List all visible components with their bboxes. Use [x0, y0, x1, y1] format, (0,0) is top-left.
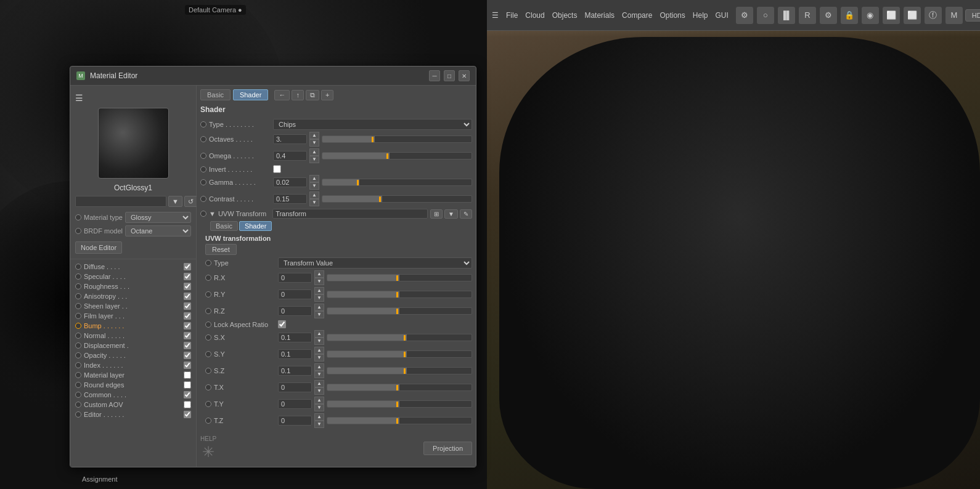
rz-up[interactable]: ▲: [314, 304, 324, 311]
channel-displacement-check[interactable]: [184, 342, 191, 349]
tz-slider[interactable]: [327, 417, 472, 424]
rx-input[interactable]: [278, 273, 312, 283]
rx-down[interactable]: ▼: [314, 278, 324, 285]
tz-input[interactable]: [278, 416, 312, 426]
channel-bump-check[interactable]: [184, 322, 191, 329]
search-down-button[interactable]: ▼: [168, 196, 182, 207]
type-select[interactable]: Chips: [273, 119, 472, 130]
menu-help[interactable]: Help: [693, 11, 708, 20]
tab-basic[interactable]: Basic: [200, 89, 231, 100]
menu-gui[interactable]: GUI: [715, 11, 728, 20]
hdr-select[interactable]: HDR/sRGB: [965, 9, 980, 22]
rx-slider[interactable]: [327, 274, 472, 281]
sx-up[interactable]: ▲: [314, 330, 324, 337]
channel-specular-check[interactable]: [184, 273, 191, 280]
toolbar-icon-3[interactable]: ▐▌: [778, 7, 795, 24]
tab-shader[interactable]: Shader: [233, 89, 268, 100]
toolbar-icon-2[interactable]: ○: [757, 7, 774, 24]
channel-custom-aov-check[interactable]: [184, 401, 191, 408]
uvw-edit-btn[interactable]: ✎: [460, 209, 472, 219]
inner-tab-shader[interactable]: Shader: [239, 221, 272, 231]
toolbar-icon-4[interactable]: R: [799, 7, 816, 24]
sz-up[interactable]: ▲: [314, 363, 324, 371]
ry-slider[interactable]: [327, 291, 472, 298]
gamma-slider[interactable]: [322, 179, 472, 186]
contrast-down[interactable]: ▼: [309, 199, 319, 206]
contrast-slider[interactable]: [322, 195, 472, 203]
sy-up[interactable]: ▲: [314, 347, 324, 354]
uvw-expand-btn[interactable]: ⊞: [430, 209, 443, 219]
search-refresh-button[interactable]: ↺: [184, 196, 197, 207]
node-editor-button[interactable]: Node Editor: [75, 241, 122, 254]
uvw-type-select[interactable]: Transform Value: [278, 257, 472, 269]
ty-down[interactable]: ▼: [314, 404, 324, 411]
channel-common-check[interactable]: [184, 391, 191, 398]
material-search-input[interactable]: [75, 196, 166, 207]
nav-up[interactable]: ↑: [292, 90, 304, 100]
omega-up[interactable]: ▲: [309, 148, 319, 156]
rz-input[interactable]: [278, 306, 312, 316]
rx-up[interactable]: ▲: [314, 270, 324, 278]
channel-anisotropy-check[interactable]: [184, 293, 191, 300]
nav-add[interactable]: +: [321, 90, 333, 100]
uvw-input[interactable]: [272, 209, 428, 219]
ry-down[interactable]: ▼: [314, 294, 324, 302]
tx-down[interactable]: ▼: [314, 387, 324, 395]
contrast-input[interactable]: [273, 194, 307, 204]
channel-opacity-check[interactable]: [184, 352, 191, 359]
rz-down[interactable]: ▼: [314, 311, 324, 318]
reset-button[interactable]: Reset: [205, 244, 237, 255]
menu-hamburger[interactable]: ☰: [492, 11, 499, 20]
menu-options[interactable]: Options: [659, 11, 685, 20]
channel-sheen-check[interactable]: [184, 302, 191, 310]
octaves-slider[interactable]: [322, 135, 472, 143]
channel-normal-check[interactable]: [184, 332, 191, 339]
minimize-button[interactable]: ─: [429, 70, 440, 81]
menu-objects[interactable]: Objects: [552, 11, 578, 20]
octaves-input[interactable]: [273, 134, 307, 144]
toolbar-icon-5[interactable]: ⚙: [820, 7, 837, 24]
ty-input[interactable]: [278, 399, 312, 409]
toolbar-icon-8[interactable]: ⬜: [904, 7, 921, 24]
left-panel-menu[interactable]: ☰: [75, 93, 83, 103]
maximize-button[interactable]: □: [444, 70, 455, 81]
invert-checkbox[interactable]: [273, 165, 281, 173]
sx-input[interactable]: [278, 333, 312, 342]
contrast-up[interactable]: ▲: [309, 192, 319, 199]
sz-input[interactable]: [278, 366, 312, 376]
gamma-input[interactable]: [273, 177, 307, 187]
omega-down[interactable]: ▼: [309, 156, 319, 163]
menu-cloud[interactable]: Cloud: [525, 11, 544, 20]
sz-down[interactable]: ▼: [314, 371, 324, 378]
octaves-down[interactable]: ▼: [309, 139, 319, 147]
tx-input[interactable]: [278, 382, 312, 392]
material-type-select[interactable]: Glossy: [125, 212, 191, 223]
toolbar-icon-f[interactable]: ⓕ: [925, 7, 942, 24]
inner-tab-basic[interactable]: Basic: [210, 221, 238, 231]
sy-input[interactable]: [278, 349, 312, 359]
nav-back[interactable]: ←: [274, 90, 290, 100]
lock-checkbox[interactable]: [278, 320, 286, 328]
sz-slider[interactable]: [327, 367, 472, 374]
ty-up[interactable]: ▲: [314, 397, 324, 404]
channel-material-layer-check[interactable]: [184, 371, 191, 379]
projection-button[interactable]: Projection: [423, 442, 472, 455]
toolbar-icon-6[interactable]: ◉: [862, 7, 879, 24]
nav-copy[interactable]: ⧉: [306, 90, 319, 100]
close-button[interactable]: ✕: [459, 70, 470, 81]
sx-slider[interactable]: [327, 334, 472, 341]
omega-input[interactable]: [273, 151, 307, 161]
sy-slider[interactable]: [327, 350, 472, 358]
uvw-down-btn[interactable]: ▼: [444, 209, 458, 219]
gamma-up[interactable]: ▲: [309, 175, 319, 182]
ry-input[interactable]: [278, 289, 312, 299]
tx-up[interactable]: ▲: [314, 380, 324, 387]
ry-up[interactable]: ▲: [314, 287, 324, 294]
toolbar-icon-m[interactable]: M: [945, 7, 963, 24]
rz-slider[interactable]: [327, 307, 472, 315]
sy-down[interactable]: ▼: [314, 354, 324, 362]
brdf-select[interactable]: Octane: [125, 225, 191, 236]
sx-down[interactable]: ▼: [314, 337, 324, 345]
tx-slider[interactable]: [327, 384, 472, 391]
gamma-down[interactable]: ▼: [309, 182, 319, 190]
